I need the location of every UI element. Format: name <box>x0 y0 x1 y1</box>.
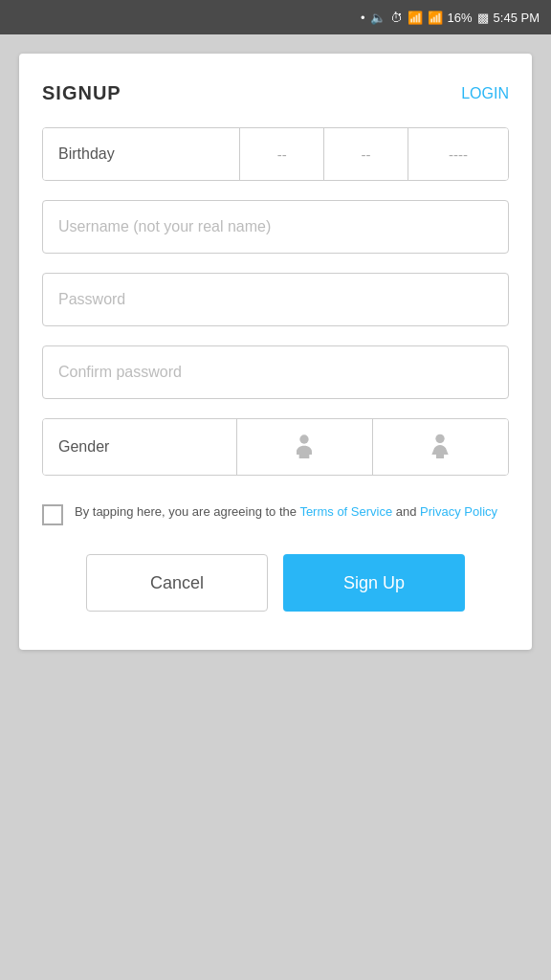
gender-row: Gender <box>42 418 509 476</box>
terms-row: By tapping here, you are agreeing to the… <box>42 502 509 525</box>
female-icon <box>425 432 455 462</box>
page-title: SIGNUP <box>42 82 121 104</box>
login-link[interactable]: LOGIN <box>461 85 509 102</box>
sound-icon: 🔈 <box>370 11 386 25</box>
terms-text: By tapping here, you are agreeing to the… <box>75 502 497 522</box>
username-input[interactable] <box>42 200 509 254</box>
wifi-icon: 📶 <box>408 11 423 25</box>
birthday-day[interactable]: -- <box>324 128 408 180</box>
confirm-password-input[interactable] <box>42 345 509 399</box>
terms-of-service-link[interactable]: Terms of Service <box>299 504 392 519</box>
clock: 5:45 PM <box>494 11 540 25</box>
gender-female[interactable] <box>373 419 508 475</box>
battery-level: 16% <box>448 11 473 25</box>
privacy-policy-link[interactable]: Privacy Policy <box>420 504 497 519</box>
male-icon <box>289 432 320 462</box>
terms-checkbox[interactable] <box>42 504 63 525</box>
signal-icon: 📶 <box>428 11 443 25</box>
signup-button[interactable]: Sign Up <box>283 554 465 612</box>
birthday-label: Birthday <box>43 128 240 180</box>
gender-male[interactable] <box>237 419 373 475</box>
svg-point-0 <box>299 434 308 443</box>
birthday-month[interactable]: -- <box>240 128 324 180</box>
birthday-row: Birthday -- -- ---- <box>42 127 509 181</box>
status-bar: • 🔈 ⏱ 📶 📶 16% ▩ 5:45 PM <box>0 0 551 34</box>
card-header: SIGNUP LOGIN <box>42 82 509 104</box>
cancel-button[interactable]: Cancel <box>86 554 268 612</box>
alarm-icon: ⏱ <box>390 11 403 25</box>
signup-card: SIGNUP LOGIN Birthday -- -- ---- Gender <box>19 54 532 650</box>
terms-intro: By tapping here, you are agreeing to the <box>75 504 299 519</box>
terms-and: and <box>392 504 420 519</box>
svg-point-1 <box>436 434 445 443</box>
gender-label: Gender <box>43 419 237 475</box>
password-input[interactable] <box>42 273 509 326</box>
battery-icon: ▩ <box>477 11 489 25</box>
buttons-row: Cancel Sign Up <box>42 554 509 612</box>
status-icons: • 🔈 ⏱ 📶 📶 16% ▩ 5:45 PM <box>361 11 540 25</box>
birthday-year[interactable]: ---- <box>408 128 508 180</box>
bluetooth-icon: • <box>361 11 365 25</box>
